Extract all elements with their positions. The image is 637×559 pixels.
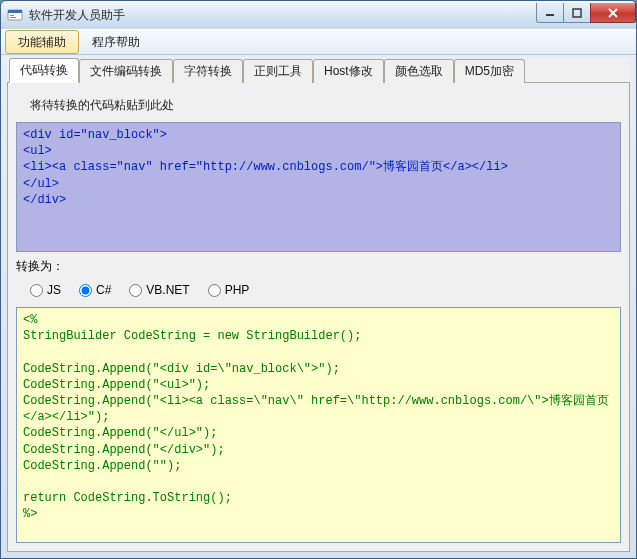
close-button[interactable] [590,3,636,23]
convert-to-label: 转换为： [16,252,621,279]
svg-rect-4 [546,14,554,16]
tab-char-convert[interactable]: 字符转换 [173,59,243,83]
radio-option-csharp[interactable]: C# [79,283,111,297]
menu-item-help[interactable]: 程序帮助 [79,30,153,54]
radio-option-vbnet[interactable]: VB.NET [129,283,189,297]
svg-rect-2 [10,15,14,16]
tab-content: 将待转换的代码粘贴到此处 <div id="nav_block"> <ul> <… [7,83,630,552]
minimize-button[interactable] [536,3,564,23]
radio-label: C# [96,283,111,297]
app-icon [7,7,23,23]
tab-code-convert[interactable]: 代码转换 [9,58,79,83]
svg-rect-5 [573,9,581,17]
input-code-area[interactable]: <div id="nav_block"> <ul> <li><a class="… [16,122,621,252]
radio-label: VB.NET [146,283,189,297]
menu-label: 程序帮助 [92,34,140,51]
svg-rect-3 [10,17,16,18]
radio-group-target: JS C# VB.NET PHP [16,279,621,307]
window-controls [537,3,636,23]
radio-option-php[interactable]: PHP [208,283,250,297]
radio-label: PHP [225,283,250,297]
tab-file-encoding[interactable]: 文件编码转换 [79,59,173,83]
tab-host[interactable]: Host修改 [313,59,384,83]
window-title: 软件开发人员助手 [29,7,537,24]
radio-php[interactable] [208,284,221,297]
radio-option-js[interactable]: JS [30,283,61,297]
menu-bar: 功能辅助 程序帮助 [1,29,636,55]
tab-md5[interactable]: MD5加密 [454,59,525,83]
menu-label: 功能辅助 [18,34,66,51]
menu-item-functions[interactable]: 功能辅助 [5,30,79,54]
tab-color-pick[interactable]: 颜色选取 [384,59,454,83]
radio-vbnet[interactable] [129,284,142,297]
radio-label: JS [47,283,61,297]
tab-strip: 代码转换 文件编码转换 字符转换 正则工具 Host修改 颜色选取 MD5加密 [7,59,630,83]
maximize-button[interactable] [563,3,591,23]
svg-rect-1 [8,10,22,13]
tab-regex[interactable]: 正则工具 [243,59,313,83]
title-bar[interactable]: 软件开发人员助手 [1,1,636,29]
app-window: 软件开发人员助手 功能辅助 程序帮助 代码转换 文件编码转换 字符转换 正则工具… [0,0,637,559]
paste-label: 将待转换的代码粘贴到此处 [16,91,621,122]
output-code-area[interactable]: <% StringBuilder CodeString = new String… [16,307,621,543]
radio-csharp[interactable] [79,284,92,297]
radio-js[interactable] [30,284,43,297]
